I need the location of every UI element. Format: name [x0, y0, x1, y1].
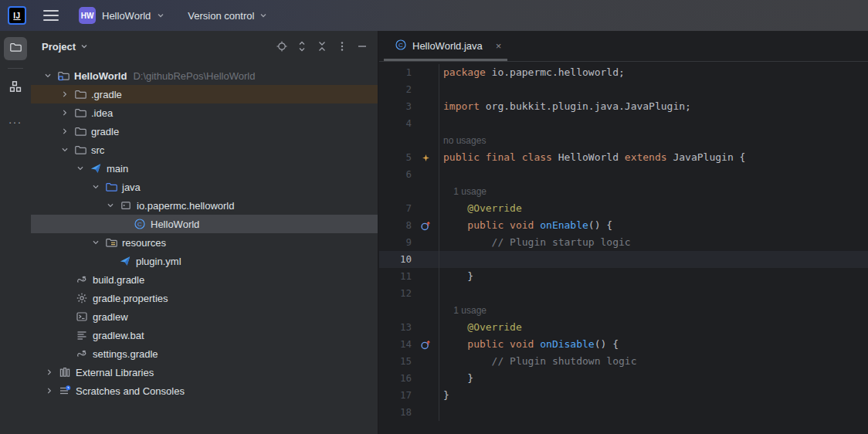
- chevron-down-icon[interactable]: [57, 142, 73, 158]
- expand-all-icon[interactable]: [293, 37, 311, 56]
- line-number[interactable]: 4: [379, 115, 412, 132]
- tree-item-src[interactable]: src: [31, 141, 378, 159]
- chevron-right-icon[interactable]: [57, 105, 73, 120]
- code-line-10[interactable]: 10: [379, 251, 868, 268]
- line-number[interactable]: 3: [379, 98, 412, 115]
- line-number[interactable]: 15: [379, 353, 412, 370]
- line-number[interactable]: 8: [379, 217, 412, 234]
- tree-item-build-gradle[interactable]: build.gradle: [31, 270, 378, 289]
- line-number[interactable]: 1: [379, 64, 412, 81]
- code-text[interactable]: [439, 404, 443, 421]
- line-number[interactable]: 10: [379, 251, 412, 268]
- hide-panel-icon[interactable]: [353, 37, 371, 56]
- tree-item-gradlew[interactable]: gradlew: [31, 307, 378, 326]
- tree-item-plugin-yml[interactable]: plugin.yml: [31, 252, 378, 270]
- chevron-right-icon[interactable]: [57, 86, 73, 102]
- line-number[interactable]: 2: [379, 81, 412, 98]
- code-text[interactable]: [439, 115, 443, 132]
- tree-item--gradle[interactable]: .gradle: [31, 85, 378, 103]
- line-number[interactable]: 6: [379, 166, 412, 183]
- usage-hint-line[interactable]: 1 usage: [379, 183, 868, 200]
- main-menu-icon[interactable]: [43, 10, 59, 21]
- code-text[interactable]: @Override: [439, 319, 522, 336]
- code-line-1[interactable]: 1package io.papermc.helloworld;: [379, 64, 868, 81]
- override-marker-icon[interactable]: [416, 339, 435, 351]
- code-text[interactable]: [439, 81, 443, 98]
- tree-item--idea[interactable]: .idea: [31, 103, 378, 122]
- code-line-16[interactable]: 16 }: [379, 370, 868, 387]
- code-text[interactable]: package io.papermc.helloworld;: [439, 64, 625, 81]
- code-line-15[interactable]: 15 // Plugin shutdown logic: [379, 353, 868, 370]
- tree-item-external-libraries[interactable]: External Libraries: [31, 363, 378, 381]
- code-text[interactable]: @Override: [439, 200, 522, 217]
- chevron-down-icon[interactable]: [40, 68, 56, 83]
- chevron-down-icon[interactable]: [103, 198, 118, 213]
- locate-file-icon[interactable]: [273, 37, 291, 56]
- tree-item-gradle-properties[interactable]: gradle.properties: [31, 289, 378, 307]
- close-icon[interactable]: ×: [496, 40, 502, 52]
- chevron-right-icon[interactable]: [42, 383, 57, 398]
- line-number[interactable]: 5: [379, 149, 412, 166]
- code-line-11[interactable]: 11 }: [379, 268, 868, 285]
- code-line-17[interactable]: 17}: [379, 387, 868, 404]
- code-text[interactable]: public final class HelloWorld extends Ja…: [439, 149, 745, 166]
- usage-hint-text[interactable]: 1 usage: [439, 302, 487, 319]
- chevron-right-icon[interactable]: [57, 124, 73, 139]
- tab-helloworld-java[interactable]: C HelloWorld.java ×: [384, 31, 507, 61]
- code-line-6[interactable]: 6: [379, 166, 868, 183]
- structure-tool-button[interactable]: [4, 76, 27, 100]
- line-number[interactable]: 7: [379, 200, 412, 217]
- tree-item-main[interactable]: main: [31, 159, 378, 178]
- class-marker-icon[interactable]: [416, 153, 435, 163]
- code-text[interactable]: }: [439, 387, 449, 404]
- code-text[interactable]: [439, 251, 443, 268]
- line-number[interactable]: 17: [379, 387, 412, 404]
- code-line-9[interactable]: 9 // Plugin startup logic: [379, 234, 868, 251]
- code-line-4[interactable]: 4: [379, 115, 868, 132]
- tree-item-helloworld[interactable]: CHelloWorld: [31, 215, 378, 233]
- usage-hint-text[interactable]: 1 usage: [439, 183, 487, 200]
- more-options-icon[interactable]: [333, 37, 351, 56]
- tree-item-io-papermc-helloworld[interactable]: io.papermc.helloworld: [31, 196, 378, 215]
- code-text[interactable]: }: [439, 268, 473, 285]
- collapse-all-icon[interactable]: [313, 37, 331, 56]
- tree-item-helloworld[interactable]: HelloWorldD:\githubRePos\HelloWorld: [31, 66, 378, 85]
- line-number[interactable]: 14: [379, 336, 412, 353]
- tree-item-resources[interactable]: resources: [31, 233, 378, 252]
- tree-item-gradlew-bat[interactable]: gradlew.bat: [31, 326, 378, 344]
- override-marker-icon[interactable]: [416, 220, 435, 232]
- code-line-14[interactable]: 14 public void onDisable() {: [379, 336, 868, 353]
- usage-hint-line[interactable]: 1 usage: [379, 302, 868, 319]
- code-line-13[interactable]: 13 @Override: [379, 319, 868, 336]
- usage-hint-text[interactable]: no usages: [439, 132, 486, 149]
- line-number[interactable]: 12: [379, 285, 412, 302]
- line-number[interactable]: 9: [379, 234, 412, 251]
- code-line-3[interactable]: 3import org.bukkit.plugin.java.JavaPlugi…: [379, 98, 868, 115]
- code-text[interactable]: // Plugin shutdown logic: [439, 353, 636, 370]
- chevron-down-icon[interactable]: [88, 235, 103, 250]
- code-line-7[interactable]: 7 @Override: [379, 200, 868, 217]
- more-tool-windows-button[interactable]: ...: [0, 114, 31, 126]
- line-number[interactable]: 13: [379, 319, 412, 336]
- project-tool-button[interactable]: [4, 37, 27, 60]
- code-text[interactable]: public void onDisable() {: [439, 336, 619, 353]
- line-number[interactable]: 18: [379, 404, 412, 421]
- line-number[interactable]: 16: [379, 370, 412, 387]
- tree-item-java[interactable]: java: [31, 178, 378, 196]
- usage-hint-line[interactable]: no usages: [379, 132, 868, 149]
- code-editor[interactable]: 1package io.papermc.helloworld;23import …: [379, 62, 868, 421]
- code-line-2[interactable]: 2: [379, 81, 868, 98]
- code-text[interactable]: }: [439, 370, 473, 387]
- code-text[interactable]: // Plugin startup logic: [439, 234, 631, 251]
- project-widget[interactable]: HW HelloWorld: [79, 7, 164, 24]
- code-text[interactable]: import org.bukkit.plugin.java.JavaPlugin…: [439, 98, 691, 115]
- code-text[interactable]: [439, 285, 443, 302]
- chevron-down-icon[interactable]: [73, 161, 88, 176]
- code-line-5[interactable]: 5public final class HelloWorld extends J…: [379, 149, 868, 166]
- code-line-12[interactable]: 12: [379, 285, 868, 302]
- chevron-right-icon[interactable]: [42, 364, 57, 380]
- line-number[interactable]: 11: [379, 268, 412, 285]
- tree-item-settings-gradle[interactable]: settings.gradle: [31, 344, 378, 363]
- code-text[interactable]: public void onEnable() {: [439, 217, 612, 234]
- code-line-18[interactable]: 18: [379, 404, 868, 421]
